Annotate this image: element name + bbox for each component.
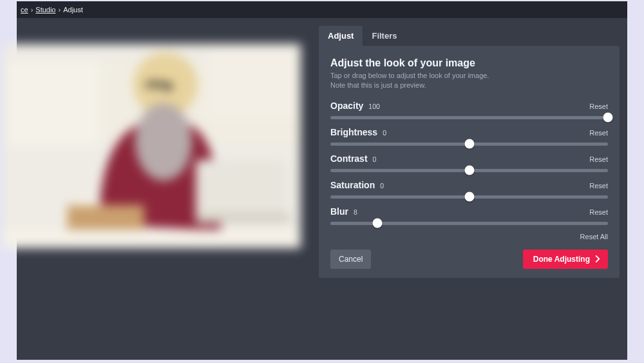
svg-point-8 (135, 103, 192, 181)
slider-blur: Blur 8 Reset (330, 206, 608, 225)
chevron-right-icon (594, 255, 600, 262)
slider-track-brightness[interactable] (330, 142, 608, 146)
reset-contrast-button[interactable]: Reset (589, 155, 608, 163)
slider-contrast: Contrast 0 Reset (330, 153, 608, 172)
slider-label: Saturation (330, 180, 375, 190)
adjust-panel: Adjust the look of your image Tap or dra… (319, 46, 620, 278)
slider-label: Contrast (330, 153, 368, 164)
slider-label: Opacity (330, 101, 363, 111)
svg-rect-9 (196, 160, 286, 218)
slider-brightness: Brightness 0 Reset (330, 127, 608, 146)
reset-all-button[interactable]: Reset All (330, 233, 608, 240)
slider-label: Brightness (330, 127, 377, 137)
reset-blur-button[interactable]: Reset (589, 208, 608, 216)
slider-track-saturation[interactable] (330, 195, 608, 199)
slider-track-blur[interactable] (330, 222, 608, 225)
panel-title: Adjust the look of your image (330, 57, 608, 69)
slider-value: 0 (380, 182, 384, 190)
slider-thumb-saturation[interactable] (464, 192, 474, 202)
slider-thumb-brightness[interactable] (464, 139, 474, 149)
slider-track-contrast[interactable] (330, 169, 608, 172)
breadcrumb-item-truncated[interactable]: ce (21, 6, 28, 14)
svg-rect-10 (196, 213, 290, 223)
slider-value: 0 (373, 155, 377, 163)
svg-rect-3 (209, 48, 301, 119)
reset-brightness-button[interactable]: Reset (589, 129, 608, 137)
done-adjusting-label: Done Adjusting (533, 255, 590, 264)
breadcrumb-sep: › (59, 6, 61, 14)
slider-track-opacity[interactable] (330, 116, 608, 119)
reset-saturation-button[interactable]: Reset (589, 182, 608, 190)
breadcrumb: ce › Studio › Adjust (17, 1, 627, 18)
slider-opacity: Opacity 100 Reset (330, 101, 608, 119)
slider-value: 0 (383, 129, 386, 137)
slider-value: 8 (354, 208, 357, 216)
svg-rect-7 (145, 83, 171, 86)
slider-saturation: Saturation 0 Reset (330, 180, 608, 199)
slider-thumb-contrast[interactable] (464, 166, 474, 175)
image-preview (3, 44, 301, 248)
panel-description: Tap or drag below to adjust the look of … (330, 71, 608, 90)
slider-thumb-opacity[interactable] (603, 113, 613, 123)
tab-adjust[interactable]: Adjust (319, 26, 363, 46)
svg-rect-2 (9, 62, 99, 146)
tabs: Adjust Filters (319, 26, 620, 46)
done-adjusting-button[interactable]: Done Adjusting (523, 250, 608, 269)
breadcrumb-sep: › (31, 6, 33, 14)
slider-label: Blur (330, 206, 348, 217)
slider-value: 100 (368, 103, 380, 110)
tab-filters[interactable]: Filters (363, 26, 406, 46)
slider-thumb-blur[interactable] (373, 219, 383, 228)
svg-rect-13 (3, 230, 301, 248)
breadcrumb-item-current: Adjust (63, 6, 83, 14)
cancel-button[interactable]: Cancel (330, 250, 371, 269)
reset-opacity-button[interactable]: Reset (589, 103, 608, 110)
breadcrumb-item-studio[interactable]: Studio (35, 6, 55, 14)
